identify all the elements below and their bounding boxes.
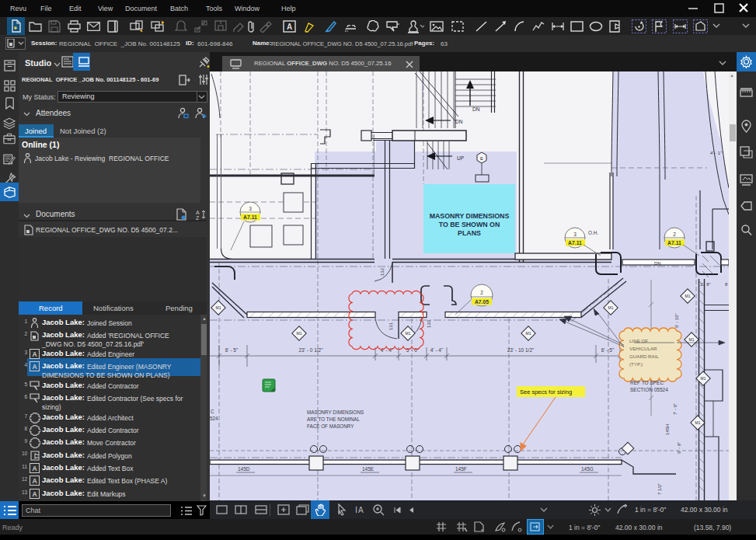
svg-text:M1: M1 bbox=[701, 376, 706, 381]
svg-text:A7.11: A7.11 bbox=[667, 240, 681, 246]
svg-text:M1: M1 bbox=[526, 331, 531, 336]
svg-text:145H: 145H bbox=[665, 424, 670, 435]
svg-text:23' - 10 1/2": 23' - 10 1/2" bbox=[507, 347, 535, 353]
svg-text:6' - 5": 6' - 5" bbox=[225, 347, 239, 353]
svg-text:132: 132 bbox=[380, 267, 385, 276]
svg-text:M1: M1 bbox=[216, 305, 221, 310]
svg-text:23' - 0 1/2": 23' - 0 1/2" bbox=[298, 347, 323, 353]
svg-text:4' - 4": 4' - 4" bbox=[430, 347, 444, 353]
svg-text:Z: Z bbox=[196, 215, 200, 220]
svg-text:145F: 145F bbox=[455, 466, 467, 472]
svg-text:6' - 10": 6' - 10" bbox=[674, 313, 679, 328]
svg-text:145D: 145D bbox=[238, 466, 250, 472]
svg-text:GUARD RAIL: GUARD RAIL bbox=[629, 354, 659, 359]
svg-text:7' - 0": 7' - 0" bbox=[673, 403, 678, 415]
svg-text:A: A bbox=[358, 506, 364, 514]
svg-text:FACE OF MASONRY: FACE OF MASONRY bbox=[307, 423, 354, 429]
svg-text:M1: M1 bbox=[685, 294, 691, 298]
svg-text:DN: DN bbox=[455, 119, 463, 124]
svg-text:MASONRY DIMENSIONS: MASONRY DIMENSIONS bbox=[430, 212, 510, 220]
svg-text:M1: M1 bbox=[406, 331, 411, 336]
svg-text:131: 131 bbox=[388, 322, 393, 330]
svg-text:A7.05: A7.05 bbox=[475, 299, 489, 305]
svg-text:130: 130 bbox=[427, 319, 431, 328]
svg-text:TO BE SHOWN ON: TO BE SHOWN ON bbox=[439, 221, 500, 228]
svg-text:VEHICULAR: VEHICULAR bbox=[629, 346, 657, 351]
svg-text:1'- 8": 1'- 8" bbox=[700, 282, 711, 287]
svg-text:2: 2 bbox=[673, 232, 676, 237]
svg-text:PLANS: PLANS bbox=[458, 229, 481, 237]
svg-text:MASONRY DIMENSIONS: MASONRY DIMENSIONS bbox=[307, 409, 364, 415]
svg-text:DN: DN bbox=[654, 261, 661, 266]
svg-text:SECTION 05524: SECTION 05524 bbox=[630, 387, 668, 392]
svg-text:See specs for sizing: See specs for sizing bbox=[520, 388, 572, 395]
svg-text:3: 3 bbox=[249, 206, 252, 211]
svg-text:A7.11: A7.11 bbox=[243, 214, 257, 220]
svg-text:M1: M1 bbox=[297, 331, 302, 336]
svg-text:M1: M1 bbox=[695, 420, 701, 425]
svg-text:2: 2 bbox=[480, 290, 483, 295]
svg-text:6' - 5": 6' - 5" bbox=[601, 347, 615, 353]
svg-text:6' - 9": 6' - 9" bbox=[677, 442, 681, 454]
svg-text:3: 3 bbox=[573, 232, 577, 237]
svg-text:A7.11: A7.11 bbox=[568, 240, 582, 246]
svg-text:I: I bbox=[355, 505, 357, 514]
svg-text:UP: UP bbox=[457, 155, 464, 161]
svg-text:REF TO SPEC: REF TO SPEC bbox=[630, 380, 664, 385]
svg-text:524: 524 bbox=[210, 416, 218, 421]
svg-text:M1: M1 bbox=[608, 305, 614, 310]
svg-text:A: A bbox=[287, 23, 292, 31]
svg-text:(TYP.): (TYP.) bbox=[629, 361, 643, 367]
svg-text:A: A bbox=[196, 210, 200, 215]
svg-text:ARE TO THE NOMINAL: ARE TO THE NOMINAL bbox=[307, 416, 360, 422]
svg-text:145E: 145E bbox=[362, 466, 375, 472]
svg-text:4' - 1": 4' - 1" bbox=[710, 151, 722, 155]
svg-text:O.H.: O.H. bbox=[588, 230, 598, 235]
svg-text:C: C bbox=[211, 409, 214, 414]
svg-text:E: E bbox=[480, 156, 483, 161]
svg-text:7 1/2": 7 1/2" bbox=[657, 483, 662, 495]
svg-text:145G: 145G bbox=[581, 466, 594, 472]
svg-text:M1: M1 bbox=[689, 337, 695, 342]
svg-text:DN: DN bbox=[472, 106, 480, 112]
